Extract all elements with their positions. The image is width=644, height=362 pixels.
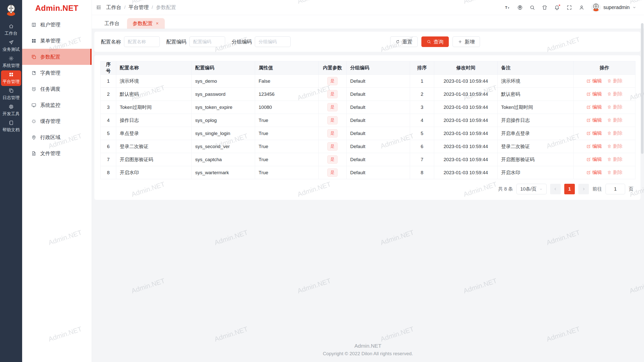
delete-button[interactable]: 删除 (607, 104, 623, 110)
sidebar-item-building[interactable]: 租户管理 (22, 17, 92, 33)
config-code-input[interactable] (189, 36, 225, 47)
breadcrumb-workbench[interactable]: 工作台 (106, 4, 121, 11)
language-icon[interactable] (517, 5, 523, 10)
sidebar-item-label: 行政区域 (40, 134, 60, 141)
chevron-left-icon (553, 187, 557, 191)
sidebar-item-grid[interactable]: 菜单管理 (22, 33, 92, 49)
cell-remark: 登录二次验证 (498, 140, 574, 153)
notification-bell-icon[interactable] (554, 5, 560, 10)
rail-item-gear[interactable]: 系统管理 (1, 54, 21, 70)
cell-builtin: 是 (318, 114, 347, 127)
edit-button[interactable]: 编辑 (586, 143, 602, 150)
page-size-select[interactable]: 10条/页 (516, 184, 547, 194)
filter-name-label: 配置名称 (101, 38, 121, 45)
edit-button[interactable]: 编辑 (586, 156, 602, 163)
cell-remark: Token过期时间 (498, 101, 574, 114)
rail-item-cpu[interactable]: 开发工具 (1, 103, 21, 118)
scrollbar[interactable] (641, 16, 643, 362)
edit-icon (586, 144, 591, 149)
scrollbar-thumb[interactable] (641, 23, 643, 154)
clock-icon (31, 86, 36, 92)
cell-group: Default (347, 127, 410, 140)
cell-index: 3 (101, 101, 116, 114)
cell-time: 2023-01-03 10:59:44 (434, 101, 498, 114)
page-footer: Admin.NET Copyright © 2022 Dilon All rig… (92, 343, 644, 356)
fontsize-glyph: TT (505, 5, 510, 10)
current-page-button[interactable]: 1 (564, 184, 575, 194)
delete-button[interactable]: 删除 (607, 91, 623, 97)
table-row: 4操作日志sys_oplogTrue是Default42023-01-03 10… (101, 114, 635, 127)
prev-page-button[interactable] (550, 184, 561, 194)
goto-page-input[interactable] (606, 184, 625, 194)
cell-builtin: 是 (318, 153, 347, 166)
cell-name: 默认密码 (116, 88, 192, 101)
sidebar-item-dict[interactable]: 字典管理 (22, 65, 92, 81)
cell-name: 登录二次验证 (116, 140, 192, 153)
user-menu[interactable]: superadmin (591, 3, 636, 12)
home-icon (9, 24, 14, 29)
sidebar-item-file[interactable]: 文件管理 (22, 145, 92, 161)
user-outline-icon[interactable] (579, 5, 584, 10)
top-navbar: 工作台 / 平台管理 / 参数配置 TT superadmin (92, 0, 644, 15)
rail-item-label: 日志管理 (3, 95, 20, 101)
rail-item-notebook[interactable]: 帮助文档 (1, 119, 21, 134)
rail-item-grid[interactable]: 平台管理 (1, 70, 21, 86)
trash-icon (607, 92, 612, 96)
edit-button[interactable]: 编辑 (586, 91, 602, 97)
cell-actions: 编辑删除 (574, 153, 635, 166)
edit-button[interactable]: 编辑 (586, 104, 602, 110)
sidebar-item-clock[interactable]: 任务调度 (22, 81, 92, 97)
page-size-value: 10条/页 (520, 186, 536, 192)
tab-param-config[interactable]: 参数配置 (127, 18, 165, 29)
delete-button[interactable]: 删除 (607, 130, 623, 137)
breadcrumb-platform[interactable]: 平台管理 (129, 4, 149, 11)
add-button[interactable]: 新增 (453, 36, 480, 47)
language-glyph (517, 5, 523, 10)
rail-item-home[interactable]: 工作台 (1, 22, 21, 38)
tab-workbench[interactable]: 工作台 (99, 18, 125, 29)
column-header: 配置编码 (192, 61, 255, 75)
cell-actions: 编辑删除 (574, 114, 635, 127)
copy-icon (9, 88, 14, 93)
cell-index: 5 (101, 127, 116, 140)
sidebar-item-copy[interactable]: 参数配置 (22, 49, 92, 65)
font-size-icon[interactable]: TT (505, 5, 510, 10)
cell-sort: 2 (410, 88, 434, 101)
sidebar-item-location[interactable]: 行政区域 (22, 129, 92, 145)
edit-button[interactable]: 编辑 (586, 117, 602, 123)
config-name-input[interactable] (124, 36, 160, 47)
rail-item-copy[interactable]: 日志管理 (1, 86, 21, 102)
edit-button[interactable]: 编辑 (586, 78, 602, 84)
sidebar-item-monitor[interactable]: 系统监控 (22, 97, 92, 113)
theme-skin-icon[interactable] (542, 5, 547, 10)
delete-button[interactable]: 删除 (607, 117, 623, 123)
edit-button[interactable]: 编辑 (586, 130, 602, 137)
delete-button[interactable]: 删除 (607, 143, 623, 150)
pagination: 共 8 条 10条/页 1 前往 页 (100, 179, 634, 197)
tab-close-icon[interactable] (155, 21, 159, 25)
edit-icon (586, 79, 591, 83)
edit-icon (586, 92, 591, 96)
search-icon[interactable] (530, 5, 535, 10)
rail-item-send[interactable]: 业务测试 (1, 38, 21, 54)
cell-group: Default (347, 114, 410, 127)
sidebar-item-cache[interactable]: 缓存管理 (22, 113, 92, 129)
app-mascot-logo[interactable] (4, 3, 18, 18)
search-button[interactable]: 查询 (421, 36, 449, 47)
cell-builtin: 是 (318, 101, 347, 114)
sidebar-item-label: 系统监控 (40, 102, 60, 109)
app-window: 工作台业务测试系统管理平台管理日志管理开发工具帮助文档 Admin.NET 租户… (0, 0, 644, 362)
delete-button[interactable]: 删除 (607, 78, 623, 84)
group-code-input[interactable] (255, 36, 291, 47)
next-page-button[interactable] (578, 184, 589, 194)
fullscreen-icon[interactable] (567, 5, 572, 10)
cell-remark: 开启图形验证码 (498, 153, 574, 166)
gear-icon (9, 56, 14, 61)
total-count: 共 8 条 (498, 186, 513, 192)
reset-button[interactable]: 重置 (390, 36, 418, 47)
delete-button[interactable]: 删除 (607, 156, 623, 163)
delete-button[interactable]: 删除 (607, 169, 623, 176)
edit-icon (586, 170, 591, 175)
edit-button[interactable]: 编辑 (586, 169, 602, 176)
collapse-menu-icon[interactable] (96, 5, 102, 10)
